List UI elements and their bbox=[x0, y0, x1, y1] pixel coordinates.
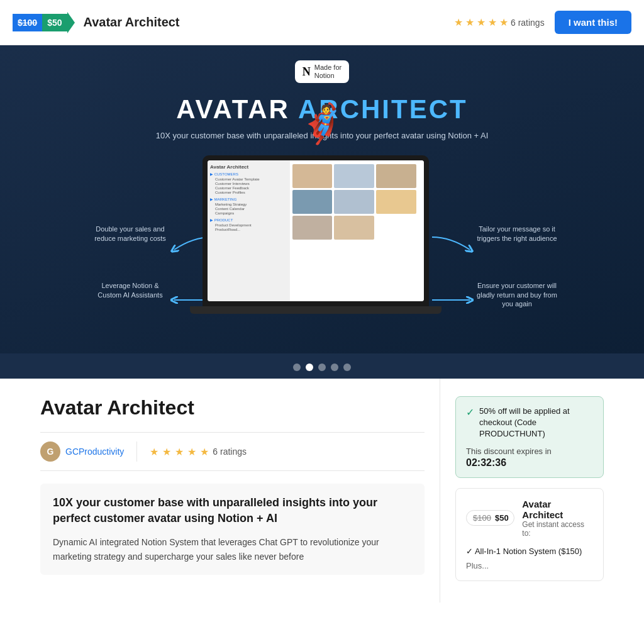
photo-1 bbox=[292, 164, 333, 188]
screen-sidebar-sub-3: Customer Feedback bbox=[210, 186, 287, 190]
screen-sidebar-item-3: ▶ PRODUCT bbox=[210, 218, 287, 222]
hero-background: N Made for Notion AVATAR ARCHITECT 10X y… bbox=[0, 45, 644, 353]
dot-1[interactable] bbox=[293, 364, 301, 371]
callout-top-right: Tailor your message so it triggers the r… bbox=[473, 225, 561, 243]
screen-sidebar-sub-7: Campaigns bbox=[210, 211, 287, 215]
laptop-mockup: Avatar Architect ▶ CUSTOMERS Customer Av… bbox=[203, 155, 441, 314]
header-right: ★ ★ ★ ★ ★ 6 ratings I want this! bbox=[454, 11, 631, 34]
screen-sidebar-sub-8: Product Development bbox=[210, 223, 287, 227]
dot-3[interactable] bbox=[318, 364, 326, 371]
discount-timer: 02:32:36 bbox=[466, 457, 593, 469]
purchase-box: $100 $50 Avatar Architect Get instant ac… bbox=[455, 488, 604, 581]
purchase-original-price: $100 bbox=[473, 513, 491, 523]
hero-character: 🦸 bbox=[299, 105, 346, 143]
photo-7 bbox=[292, 216, 333, 240]
laptop-base bbox=[190, 306, 441, 314]
arrow-right-bottom bbox=[426, 287, 476, 313]
notion-logo: N bbox=[303, 65, 311, 79]
purchase-feature: ✓ All-In-1 Notion System ($150) bbox=[466, 547, 593, 556]
header-stars: ★ ★ ★ ★ ★ 6 ratings bbox=[454, 16, 545, 28]
purchase-title: Avatar Architect bbox=[522, 499, 593, 520]
callout-bottom-right: Ensure your customer will gladly return … bbox=[473, 281, 561, 308]
photo-6 bbox=[376, 190, 416, 214]
header-ratings-count: 6 ratings bbox=[511, 18, 545, 28]
purchase-title-group: Avatar Architect Get instant access to: bbox=[522, 499, 593, 538]
screen-sidebar-sub-2: Customer Interviews bbox=[210, 182, 287, 186]
screen-sidebar-sub-4: Customer Profiles bbox=[210, 191, 287, 194]
original-price: $100 bbox=[13, 14, 42, 31]
hero-section: N Made for Notion AVATAR ARCHITECT 10X y… bbox=[0, 45, 644, 353]
rating-star-5: ★ bbox=[200, 446, 209, 458]
dot-2[interactable] bbox=[306, 364, 313, 371]
discount-box: ✓ 50% off will be applied at checkout (C… bbox=[455, 396, 604, 478]
dot-4[interactable] bbox=[331, 364, 338, 371]
product-title: Avatar Architect bbox=[40, 396, 425, 419]
purchase-header: $100 $50 Avatar Architect Get instant ac… bbox=[466, 499, 593, 538]
product-purchase-section: ✓ 50% off will be applied at checkout (C… bbox=[440, 379, 604, 602]
description-text: Dynamic AI integrated Notion System that… bbox=[53, 535, 412, 564]
screen-sidebar-item-2: ▶ MARKETING bbox=[210, 197, 287, 201]
header-left: $100 $50 Avatar Architect bbox=[13, 12, 454, 33]
arrow-right-top bbox=[426, 231, 476, 256]
purchase-subtitle: Get instant access to: bbox=[522, 520, 593, 538]
author-avatar: G bbox=[40, 441, 60, 462]
hero-title-part1: AVATAR bbox=[176, 94, 298, 124]
rating-star-2: ★ bbox=[162, 446, 171, 458]
plus-more: Plus... bbox=[466, 561, 593, 570]
star-1: ★ bbox=[454, 16, 463, 28]
screen-sidebar-sub-1: Customer Avatar Template bbox=[210, 177, 287, 181]
check-icon: ✓ bbox=[466, 406, 474, 418]
screen-sidebar-sub-5: Marketing Strategy bbox=[210, 203, 287, 206]
price-badge: $100 $50 bbox=[13, 12, 75, 33]
star-4: ★ bbox=[488, 16, 497, 28]
screen-sidebar-title: Avatar Architect bbox=[210, 164, 287, 170]
screen-sidebar-sub-6: Content Calendar bbox=[210, 207, 287, 211]
notion-badge: N Made for Notion bbox=[295, 60, 349, 83]
purchase-price-badge: $100 $50 bbox=[466, 510, 514, 526]
discount-header: ✓ 50% off will be applied at checkout (C… bbox=[466, 406, 593, 440]
rating-star-1: ★ bbox=[150, 446, 158, 458]
laptop-body: Avatar Architect ▶ CUSTOMERS Customer Av… bbox=[203, 155, 429, 306]
description-bold: 10X your customer base with unparalleled… bbox=[53, 495, 412, 526]
star-5: ★ bbox=[499, 16, 508, 28]
callout-top-left: Double your sales and reduce marketing c… bbox=[89, 225, 171, 243]
rating-star-4: ★ bbox=[187, 446, 196, 458]
product-description-section: Avatar Architect G GCProductivity ★ ★ ★ … bbox=[40, 379, 440, 602]
photo-3 bbox=[376, 164, 416, 188]
star-3: ★ bbox=[477, 16, 486, 28]
screen-sidebar: Avatar Architect ▶ CUSTOMERS Customer Av… bbox=[208, 160, 290, 301]
photo-4 bbox=[292, 190, 333, 214]
screen-sidebar-sub-9: ProductRoad... bbox=[210, 228, 287, 231]
description-box: 10X your customer base with unparalleled… bbox=[40, 484, 425, 575]
discount-text: 50% off will be applied at checkout (Cod… bbox=[479, 406, 593, 440]
dot-5[interactable] bbox=[343, 364, 351, 371]
author-section: G GCProductivity bbox=[40, 441, 137, 462]
sale-price: $50 bbox=[42, 14, 67, 31]
author-rating-row: G GCProductivity ★ ★ ★ ★ ★ 6 ratings bbox=[40, 432, 425, 471]
hero-visual-area: Double your sales and reduce marketing c… bbox=[70, 155, 574, 331]
callout-bottom-left: Leverage Notion & Custom AI Assistants bbox=[89, 281, 171, 299]
carousel-dots bbox=[0, 353, 644, 379]
rating-section: ★ ★ ★ ★ ★ 6 ratings bbox=[150, 446, 247, 458]
author-name[interactable]: GCProductivity bbox=[65, 447, 124, 457]
main-content: Avatar Architect G GCProductivity ★ ★ ★ … bbox=[0, 379, 644, 602]
screen-sidebar-item-1: ▶ CUSTOMERS bbox=[210, 172, 287, 176]
star-2: ★ bbox=[465, 16, 474, 28]
screen-content bbox=[290, 160, 424, 301]
header-title: Avatar Architect bbox=[84, 15, 180, 30]
notion-badge-text: Made for Notion bbox=[314, 64, 341, 80]
photo-5 bbox=[334, 190, 374, 214]
discount-expires-label: This discount expires in bbox=[466, 447, 593, 456]
product-ratings-count: 6 ratings bbox=[213, 447, 247, 457]
photo-8 bbox=[334, 216, 374, 240]
laptop-screen: Avatar Architect ▶ CUSTOMERS Customer Av… bbox=[208, 160, 424, 301]
want-button[interactable]: I want this! bbox=[555, 11, 631, 34]
price-arrow bbox=[67, 12, 75, 33]
photo-2 bbox=[334, 164, 374, 188]
rating-star-3: ★ bbox=[175, 446, 184, 458]
header: $100 $50 Avatar Architect ★ ★ ★ ★ ★ 6 ra… bbox=[0, 0, 644, 45]
purchase-sale-price: $50 bbox=[495, 513, 509, 523]
